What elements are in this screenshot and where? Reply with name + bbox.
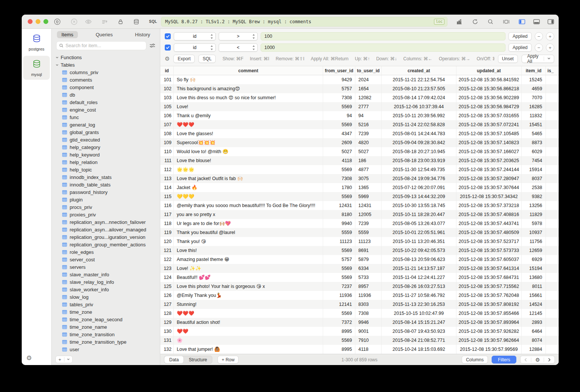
cell-updated-at[interactable]: 2015-12-08 15:30:57.244144 bbox=[456, 165, 522, 174]
cell-id[interactable]: 107 bbox=[160, 120, 174, 129]
cell-comment[interactable]: 💛💛💛 bbox=[174, 192, 323, 201]
table-tree-item[interactable]: user bbox=[52, 346, 160, 353]
cell-created-at[interactable]: 2015-08-10 21:23:57.505 bbox=[382, 84, 456, 93]
cell-to-user-id[interactable]: 5559 bbox=[355, 228, 382, 237]
cell-from-user-id[interactable]: 5757 bbox=[323, 255, 355, 264]
cell-is[interactable] bbox=[546, 165, 559, 174]
filters-button[interactable]: Filters bbox=[492, 356, 517, 364]
cell-updated-at[interactable]: 2015-12-08 15:30:57.808192 bbox=[456, 300, 522, 309]
column-header-id[interactable]: id bbox=[160, 66, 174, 75]
cell-updated-at[interactable]: 2015-12-08 15:30:57.573733 bbox=[456, 246, 522, 255]
column-header-is[interactable]: is_ bbox=[546, 66, 559, 75]
table-row[interactable]: 121 Love this! 5569 8691 2015-10-22 09:4… bbox=[160, 246, 559, 255]
cell-id[interactable]: 125 bbox=[160, 282, 174, 291]
table-row[interactable]: 119 Thank you beautiful @laurel 5559 555… bbox=[160, 228, 559, 237]
cell-from-user-id[interactable]: 2609 bbox=[323, 138, 355, 147]
toggle-right-panel-icon[interactable] bbox=[547, 18, 555, 25]
cell-item-id[interactable]: 6464 bbox=[522, 327, 546, 336]
table-row[interactable]: 115 💛💛💛 5569 5969 2015-09-13 14:44:32.20… bbox=[160, 192, 559, 201]
cell-from-user-id[interactable]: 5027 bbox=[323, 147, 355, 156]
cell-item-id[interactable]: 12145 bbox=[522, 309, 546, 318]
cell-created-at[interactable]: 2015-11-13 22:30:16.253 bbox=[382, 300, 456, 309]
cell-id[interactable]: 123 bbox=[160, 264, 174, 273]
table-tree-item[interactable]: time_zone_transition bbox=[52, 331, 160, 338]
preview-eye-icon[interactable] bbox=[85, 18, 92, 25]
cell-is[interactable] bbox=[546, 183, 559, 192]
table-row[interactable]: 109 Supercool💥💥💥 2609 4820 2015-09-04 09… bbox=[160, 138, 559, 147]
cell-id[interactable]: 124 bbox=[160, 273, 174, 282]
filter-value-input[interactable]: 1000 bbox=[261, 43, 505, 52]
cell-comment[interactable]: Love this dress so much 😍 so nice for su… bbox=[174, 93, 323, 102]
filter-applied-button[interactable]: Applied bbox=[508, 32, 532, 40]
column-header-comment[interactable]: comment bbox=[174, 66, 323, 75]
cell-updated-at[interactable]: 2015-12-08 15:30:57.855466 bbox=[456, 309, 522, 318]
chevron-down-icon[interactable] bbox=[64, 357, 72, 362]
cell-from-user-id[interactable]: 5569 bbox=[323, 273, 355, 282]
cell-item-id[interactable]: 15914 bbox=[522, 165, 546, 174]
filter-column-select[interactable]: id bbox=[174, 32, 216, 40]
cell-from-user-id[interactable]: 5569 bbox=[323, 336, 355, 345]
cell-id[interactable]: 132 bbox=[160, 345, 174, 354]
cell-comment[interactable]: @emily thank you soooo much beautiful!!!… bbox=[174, 201, 323, 210]
cell-updated-at[interactable]: 2015-12-08 15:30:57.373218 bbox=[456, 201, 522, 210]
cell-updated-at[interactable]: 2015-12-08 15:30:57.34342 bbox=[456, 192, 522, 201]
cell-created-at[interactable]: 2015-08-14 15:15:21.247 bbox=[382, 318, 456, 327]
table-row[interactable]: 130 ❤️❤️ 8995 9001 2015-08-07 19:43:50.9… bbox=[160, 327, 559, 336]
cell-id[interactable]: 120 bbox=[160, 237, 174, 246]
table-tree-item[interactable]: columns_priv bbox=[52, 69, 160, 76]
cell-created-at[interactable]: 2015-08-07 19:43:50.923 bbox=[382, 327, 456, 336]
table-settings-gear-icon[interactable]: ⚙ bbox=[531, 356, 544, 363]
table-row[interactable]: 103 Love this dress so much 😍 so nice fo… bbox=[160, 93, 559, 102]
table-row[interactable]: 128 ❤️❤️❤️ 5569 7308 2015-10-15 10:02:47… bbox=[160, 309, 559, 318]
table-tree-item[interactable]: procs_priv bbox=[52, 203, 160, 211]
cell-from-user-id[interactable]: 5569 bbox=[323, 309, 355, 318]
table-tree-item[interactable]: engine_cost bbox=[52, 106, 160, 113]
cell-is[interactable] bbox=[546, 291, 559, 300]
cell-from-user-id[interactable]: 5569 bbox=[323, 246, 355, 255]
cell-comment[interactable]: So fly 🙌🏻 bbox=[174, 75, 323, 84]
cell-comment[interactable]: Ur legs are to die for🙌🏼💖 bbox=[174, 219, 323, 228]
cell-comment[interactable]: @Emily Thank you💃 bbox=[174, 291, 323, 300]
cell-id[interactable]: 105 bbox=[160, 102, 174, 111]
cell-to-user-id[interactable]: 6334 bbox=[355, 264, 382, 273]
cell-to-user-id[interactable]: 94 bbox=[355, 111, 382, 120]
cell-to-user-id[interactable]: 1365 bbox=[355, 183, 382, 192]
cell-item-id[interactable]: 11832 bbox=[522, 111, 546, 120]
cell-id[interactable]: 102 bbox=[160, 84, 174, 93]
table-tree-item[interactable]: help_relation bbox=[52, 158, 160, 166]
cell-comment[interactable]: ❤️❤️ bbox=[174, 327, 323, 336]
export-button[interactable]: Export bbox=[173, 55, 195, 63]
table-tree-item[interactable]: time_zone_transition_type bbox=[52, 338, 160, 346]
cell-item-id[interactable]: 12884 bbox=[522, 345, 546, 354]
filter-column-select[interactable]: id bbox=[174, 43, 216, 52]
filter-applied-button[interactable]: Applied bbox=[508, 43, 532, 52]
cell-created-at[interactable]: 2015-08-18 23:00:33.919 bbox=[382, 156, 456, 165]
cell-created-at[interactable]: 2015-11-21 22:12:54.754 bbox=[382, 75, 456, 84]
table-tree-item[interactable]: comments bbox=[52, 76, 160, 83]
tab-history[interactable]: History bbox=[131, 31, 155, 38]
table-row[interactable]: 111 Love the blouse! 4118 186 2015-08-18… bbox=[160, 156, 559, 165]
cell-created-at[interactable]: 2015-12-06 10:37:39.44 bbox=[382, 102, 456, 111]
cell-item-id[interactable]: 12659 bbox=[522, 246, 546, 255]
table-row[interactable]: 126 @Emily Thank you💃 11936 11936 2015-1… bbox=[160, 291, 559, 300]
cell-is[interactable] bbox=[546, 93, 559, 102]
cell-item-id[interactable]: 11756 bbox=[522, 237, 546, 246]
cell-item-id[interactable]: 2893 bbox=[522, 318, 546, 327]
cell-from-user-id[interactable]: 8180 bbox=[323, 210, 355, 219]
cell-to-user-id[interactable]: 4820 bbox=[355, 138, 382, 147]
cell-from-user-id[interactable]: 5569 bbox=[323, 264, 355, 273]
table-tree-item[interactable]: replication_asyn...nnection_failover bbox=[52, 218, 160, 226]
cell-is[interactable] bbox=[546, 84, 559, 93]
cell-comment[interactable]: Beautiful action shot! bbox=[174, 318, 323, 327]
cell-updated-at[interactable]: 2015-12-08 15:30:57.893964 bbox=[456, 318, 522, 327]
cell-updated-at[interactable]: 2015-12-08 15:30:57.99569 bbox=[456, 345, 522, 354]
cell-item-id[interactable]: 7454 bbox=[522, 156, 546, 165]
cell-is[interactable] bbox=[546, 228, 559, 237]
cell-updated-at[interactable]: 2015-12-08 15:30:57.684731 bbox=[456, 273, 522, 282]
cell-item-id[interactable]: 7070 bbox=[522, 93, 546, 102]
table-tree-item[interactable]: help_topic bbox=[52, 166, 160, 173]
table-row[interactable]: 101 So fly 🙌🏻 9429 2024 2015-11-21 22:12… bbox=[160, 75, 559, 84]
cell-is[interactable] bbox=[546, 120, 559, 129]
table-tree-item[interactable]: innodb_table_stats bbox=[52, 181, 160, 188]
cell-created-at[interactable]: 2015-11-30 12:54:49.735 bbox=[382, 165, 456, 174]
